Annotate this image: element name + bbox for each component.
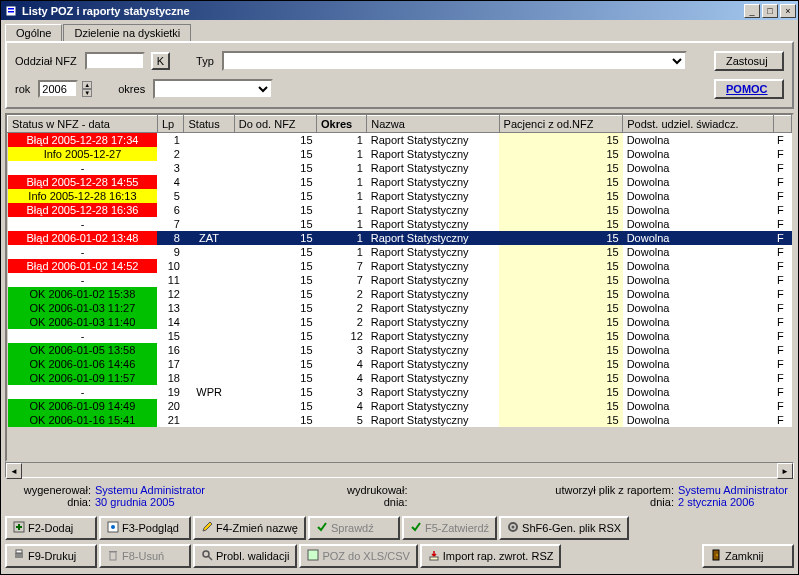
table-row[interactable]: OK 2006-01-03 11:2713ZAT152Raport Statys… xyxy=(8,301,792,315)
table-row[interactable]: Info 2005-12-28 16:135ZAT151Raport Staty… xyxy=(8,189,792,203)
table-row[interactable]: -15ZAT1512Raport Statystyczny15DowolnaF xyxy=(8,329,792,343)
table-row[interactable]: -11ZAT157Raport Statystyczny15DowolnaF xyxy=(8,273,792,287)
column-header[interactable]: Do od. NFZ xyxy=(234,116,316,133)
generated-by-label: wygenerował: xyxy=(11,484,91,496)
oddzial-label: Oddział NFZ xyxy=(15,55,77,67)
okres-label: okres xyxy=(118,83,145,95)
podst-cell: Dowolna xyxy=(623,399,773,413)
validation-button[interactable]: Probl. walidacji xyxy=(193,544,297,568)
table-row[interactable]: Info 2005-12-272ZAT151Raport Statystyczn… xyxy=(8,147,792,161)
column-header[interactable]: Podst. udziel. świadcz. xyxy=(623,116,773,133)
close-window-button[interactable]: × xyxy=(780,4,796,18)
rename-button[interactable]: F4-Zmień nazwę xyxy=(193,516,306,540)
table-row[interactable]: OK 2006-01-02 15:3812ZAT152Raport Statys… xyxy=(8,287,792,301)
okres-cell: 1 xyxy=(317,189,367,203)
add-button[interactable]: F2-Dodaj xyxy=(5,516,97,540)
lp-cell: 15 xyxy=(157,329,184,343)
typ-select[interactable] xyxy=(222,51,687,71)
approve-button[interactable]: F5-Zatwierdź xyxy=(402,516,497,540)
close-button[interactable]: Zamknij xyxy=(702,544,794,568)
column-header[interactable] xyxy=(773,116,791,133)
print-button[interactable]: F9-Drukuj xyxy=(5,544,97,568)
tab-general[interactable]: Ogólne xyxy=(5,24,62,41)
apply-button[interactable]: Zastosuj xyxy=(714,51,784,71)
stat-cell: ZAT xyxy=(184,273,234,287)
okres-cell: 7 xyxy=(317,273,367,287)
column-header[interactable]: Lp xyxy=(157,116,184,133)
podst-cell: Dowolna xyxy=(623,175,773,189)
table-row[interactable]: Błąd 2005-12-28 17:341ZAT151Raport Staty… xyxy=(8,133,792,148)
preview-button[interactable]: F3-Podgląd xyxy=(99,516,191,540)
gear-icon xyxy=(507,521,519,535)
table-row[interactable]: -3ZAT151Raport Statystyczny15DowolnaF xyxy=(8,161,792,175)
maximize-button[interactable]: □ xyxy=(762,4,778,18)
help-button[interactable]: POMOC xyxy=(714,79,784,99)
gen-rsx-button[interactable]: ShF6-Gen. plik RSX xyxy=(499,516,629,540)
table-row[interactable]: OK 2006-01-03 11:4014ZAT152Raport Statys… xyxy=(8,315,792,329)
created-file-value: Systemu Administrator xyxy=(678,484,788,496)
table-row[interactable]: OK 2006-01-05 13:5816ZAT153Raport Statys… xyxy=(8,343,792,357)
title-bar: Listy POZ i raporty statystyczne _ □ × xyxy=(1,1,798,20)
nazwa-cell: Raport Statystyczny xyxy=(367,147,499,161)
status-cell: OK 2006-01-03 11:40 xyxy=(8,315,158,329)
table-row[interactable]: OK 2006-01-09 14:4920ZAT154Raport Statys… xyxy=(8,399,792,413)
rok-input[interactable] xyxy=(38,80,78,98)
horizontal-scrollbar[interactable]: ◄ ► xyxy=(5,462,794,478)
column-header[interactable]: Okres xyxy=(317,116,367,133)
okres-select[interactable] xyxy=(153,79,273,99)
table-row[interactable]: OK 2006-01-06 14:4617ZAT154Raport Statys… xyxy=(8,357,792,371)
table-row[interactable]: -7ZAT151Raport Statystyczny15DowolnaF xyxy=(8,217,792,231)
pacjenci-cell: 15 xyxy=(499,245,623,259)
table-row[interactable]: Błąd 2006-01-02 14:5210ZAT157Raport Stat… xyxy=(8,259,792,273)
export-xls-button[interactable]: POZ do XLS/CSV xyxy=(299,544,417,568)
okres-cell: 4 xyxy=(317,371,367,385)
created-date-label: dnia: xyxy=(534,496,674,508)
k-button[interactable]: K xyxy=(151,52,170,70)
svg-rect-2 xyxy=(8,11,14,13)
podst-cell: Dowolna xyxy=(623,147,773,161)
pacjenci-cell: 15 xyxy=(499,217,623,231)
oddzial-input[interactable] xyxy=(85,52,145,70)
nazwa-cell: Raport Statystyczny xyxy=(367,287,499,301)
stat-cell: ZAT xyxy=(184,175,234,189)
check-button[interactable]: Sprawdź xyxy=(308,516,400,540)
table-row[interactable]: OK 2006-01-16 15:4121ZAT155Raport Statys… xyxy=(8,413,792,427)
scroll-right-icon[interactable]: ► xyxy=(777,463,793,479)
toolbar-row-2: F9-DrukujF8-UsuńProbl. walidacjiPOZ do X… xyxy=(1,542,798,570)
podst-cell: Dowolna xyxy=(623,273,773,287)
lp-cell: 13 xyxy=(157,301,184,315)
lp-cell: 2 xyxy=(157,147,184,161)
stat-cell: ZAT xyxy=(184,371,234,385)
column-header[interactable]: Pacjenci z od.NFZ xyxy=(499,116,623,133)
scroll-left-icon[interactable]: ◄ xyxy=(6,463,22,479)
nazwa-cell: Raport Statystyczny xyxy=(367,203,499,217)
pacjenci-cell: 15 xyxy=(499,343,623,357)
table-row[interactable]: -9ZAT151Raport Statystyczny15DowolnaF xyxy=(8,245,792,259)
pacjenci-cell: 15 xyxy=(499,413,623,427)
extra-cell: F xyxy=(773,357,791,371)
rok-spinner[interactable]: ▲▼ xyxy=(82,81,92,97)
okres-cell: 7 xyxy=(317,259,367,273)
column-header[interactable]: Status xyxy=(184,116,234,133)
stat-cell: ZAT xyxy=(184,259,234,273)
svg-rect-8 xyxy=(15,553,23,558)
column-header[interactable]: Nazwa xyxy=(367,116,499,133)
delete-button[interactable]: F8-Usuń xyxy=(99,544,191,568)
minimize-button[interactable]: _ xyxy=(744,4,760,18)
lp-cell: 1 xyxy=(157,133,184,148)
table-row[interactable]: Błąd 2005-12-28 14:554ZAT151Raport Staty… xyxy=(8,175,792,189)
column-header[interactable]: Status w NFZ - data xyxy=(8,116,158,133)
printed-date-label: dnia: xyxy=(328,496,408,508)
table-row[interactable]: Błąd 2006-01-02 13:488ZAT151Raport Staty… xyxy=(8,231,792,245)
okres-cell: 1 xyxy=(317,245,367,259)
table-row[interactable]: -19WPR153Raport Statystyczny15DowolnaF xyxy=(8,385,792,399)
pacjenci-cell: 15 xyxy=(499,385,623,399)
extra-cell: F xyxy=(773,245,791,259)
data-grid[interactable]: Status w NFZ - dataLpStatusDo od. NFZOkr… xyxy=(5,113,794,462)
nazwa-cell: Raport Statystyczny xyxy=(367,175,499,189)
table-row[interactable]: Błąd 2005-12-28 16:366ZAT151Raport Staty… xyxy=(8,203,792,217)
table-row[interactable]: OK 2006-01-09 11:5718ZAT154Raport Statys… xyxy=(8,371,792,385)
tab-diskette[interactable]: Dzielenie na dyskietki xyxy=(63,24,191,41)
import-rsz-button[interactable]: Import rap. zwrot. RSZ xyxy=(420,544,562,568)
status-cell: Błąd 2006-01-02 13:48 xyxy=(8,231,158,245)
